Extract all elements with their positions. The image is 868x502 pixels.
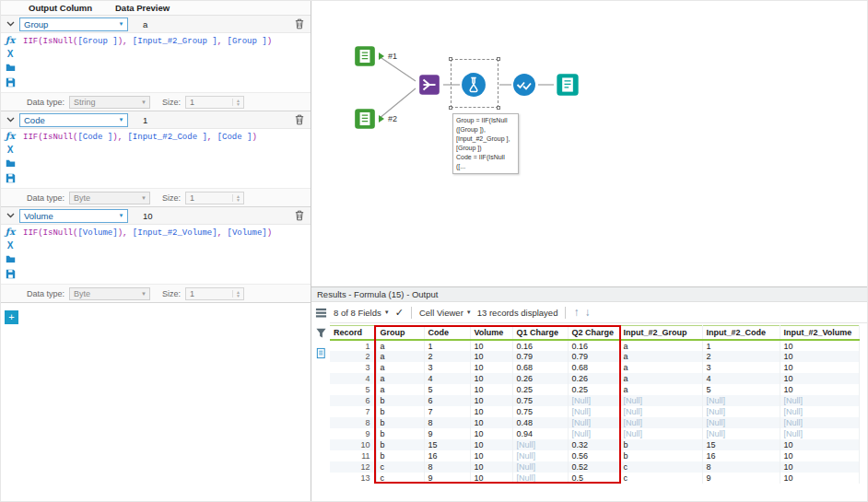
input-data-tool-2[interactable] — [353, 107, 377, 131]
table-cell[interactable]: 0.79 — [568, 351, 619, 362]
table-cell[interactable]: [Null] — [619, 406, 702, 417]
record-number[interactable]: 1 — [330, 340, 376, 351]
table-cell[interactable]: 9 — [424, 428, 470, 439]
table-view-icon[interactable] — [315, 307, 327, 319]
table-cell[interactable]: c — [376, 473, 424, 484]
column-header-code[interactable]: Code — [424, 326, 470, 341]
table-cell[interactable]: a — [376, 373, 424, 384]
table-cell[interactable]: 10 — [470, 428, 512, 439]
table-cell[interactable]: 5 — [424, 384, 470, 395]
functions-icon[interactable]: ƒx — [4, 35, 17, 46]
table-cell[interactable]: b — [376, 406, 424, 417]
table-cell[interactable]: 10 — [780, 362, 859, 373]
save-expression-icon[interactable] — [4, 269, 17, 282]
table-cell[interactable]: b — [619, 450, 702, 461]
table-cell[interactable]: [Null] — [568, 417, 619, 428]
column-header-q1-charge[interactable]: Q1 Charge — [512, 326, 568, 341]
table-cell[interactable]: b — [619, 439, 702, 450]
record-number[interactable]: 6 — [330, 395, 376, 406]
data-type-select[interactable]: Byte ▼ — [69, 287, 150, 300]
table-cell[interactable]: 10 — [780, 450, 859, 461]
table-cell[interactable]: 15 — [424, 439, 470, 450]
size-input[interactable]: 1 ▲▼ — [185, 287, 244, 300]
record-number[interactable]: 12 — [330, 461, 376, 473]
table-cell[interactable]: a — [619, 351, 702, 362]
table-cell[interactable]: 10 — [470, 473, 512, 484]
table-cell[interactable]: 0.32 — [568, 439, 619, 450]
table-cell[interactable]: 0.25 — [512, 384, 568, 395]
delete-expression-button[interactable] — [295, 210, 304, 221]
saved-expressions-icon[interactable] — [4, 158, 17, 170]
table-cell[interactable]: 10 — [780, 340, 859, 351]
table-cell[interactable]: [Null] — [512, 473, 568, 484]
column-header-input-2-group[interactable]: Input_#2_Group — [619, 326, 702, 341]
table-cell[interactable]: [Null] — [568, 428, 619, 439]
table-cell[interactable]: [Null] — [619, 395, 702, 406]
table-cell[interactable]: 10 — [780, 384, 859, 395]
table-cell[interactable]: 0.16 — [568, 340, 619, 351]
table-cell[interactable]: 4 — [702, 373, 780, 384]
record-number[interactable]: 5 — [330, 384, 376, 395]
table-cell[interactable]: 2 — [424, 351, 470, 362]
workflow-canvas[interactable]: #1 #2 Gro — [311, 1, 867, 286]
column-header-input-2-code[interactable]: Input_#2_Code — [702, 326, 780, 341]
output-data-tool[interactable] — [555, 72, 581, 98]
table-cell[interactable]: a — [619, 373, 702, 384]
table-cell[interactable]: 0.25 — [568, 384, 619, 395]
save-expression-icon[interactable] — [4, 173, 17, 186]
table-cell[interactable]: 7 — [424, 406, 470, 417]
column-header-volume[interactable]: Volume — [470, 326, 512, 341]
table-cell[interactable]: 0.75 — [512, 395, 568, 406]
saved-expressions-icon[interactable] — [4, 254, 17, 266]
table-cell[interactable]: 0.56 — [568, 450, 619, 461]
table-cell[interactable]: 10 — [780, 373, 859, 384]
table-cell[interactable]: b — [376, 439, 424, 450]
table-cell[interactable]: 10 — [470, 461, 512, 473]
expression-editor[interactable]: IIF(IsNull([Volume]), [Input_#2_Volume],… — [19, 225, 311, 284]
table-cell[interactable]: 8 — [424, 461, 470, 473]
table-cell[interactable]: a — [619, 362, 702, 373]
record-number[interactable]: 2 — [330, 351, 376, 362]
table-cell[interactable]: 5 — [702, 384, 780, 395]
table-cell[interactable]: [Null] — [702, 395, 780, 406]
table-cell[interactable]: 10 — [470, 351, 512, 362]
collapse-chevron-icon[interactable] — [4, 213, 18, 218]
table-cell[interactable]: 0.16 — [512, 340, 568, 351]
table-cell[interactable]: c — [376, 461, 424, 473]
table-cell[interactable]: c — [619, 461, 702, 473]
table-cell[interactable]: [Null] — [780, 417, 859, 428]
table-cell[interactable]: 10 — [780, 439, 859, 450]
table-cell[interactable]: 10 — [470, 373, 512, 384]
collapse-chevron-icon[interactable] — [4, 21, 18, 27]
table-cell[interactable]: [Null] — [780, 395, 859, 406]
filter-icon[interactable] — [315, 327, 327, 339]
output-column-select[interactable]: Group ▼ — [19, 18, 128, 31]
table-cell[interactable]: 0.5 — [568, 473, 619, 484]
table-cell[interactable]: b — [376, 417, 424, 428]
table-cell[interactable]: 1 — [702, 340, 780, 351]
table-cell[interactable]: 8 — [702, 461, 780, 473]
table-cell[interactable]: [Null] — [568, 395, 619, 406]
table-cell[interactable]: 9 — [424, 473, 470, 484]
column-header-input-2-volume[interactable]: Input_#2_Volume — [780, 326, 859, 341]
table-cell[interactable]: 16 — [424, 450, 470, 461]
fields-dropdown[interactable]: 8 of 8 Fields ▼ — [334, 308, 390, 318]
table-cell[interactable]: [Null] — [512, 450, 568, 461]
table-cell[interactable]: 3 — [424, 362, 470, 373]
output-column-select[interactable]: Code ▼ — [19, 113, 128, 127]
record-number[interactable]: 7 — [330, 406, 376, 417]
table-cell[interactable]: b — [376, 395, 424, 406]
columns-icon[interactable]: X — [4, 49, 17, 60]
union-tool[interactable] — [417, 73, 441, 97]
formula-tool[interactable] — [461, 72, 487, 98]
table-cell[interactable]: 8 — [424, 417, 470, 428]
table-cell[interactable]: a — [376, 384, 424, 395]
data-type-select[interactable]: Byte ▼ — [69, 192, 150, 204]
table-cell[interactable]: [Null] — [702, 406, 780, 417]
check-tool[interactable] — [512, 73, 536, 97]
output-column-select[interactable]: Volume ▼ — [19, 209, 128, 223]
arrow-down-icon[interactable]: ↓ — [584, 306, 590, 319]
collapse-chevron-icon[interactable] — [4, 117, 18, 123]
table-cell[interactable]: 4 — [424, 373, 470, 384]
table-cell[interactable]: a — [376, 351, 424, 362]
